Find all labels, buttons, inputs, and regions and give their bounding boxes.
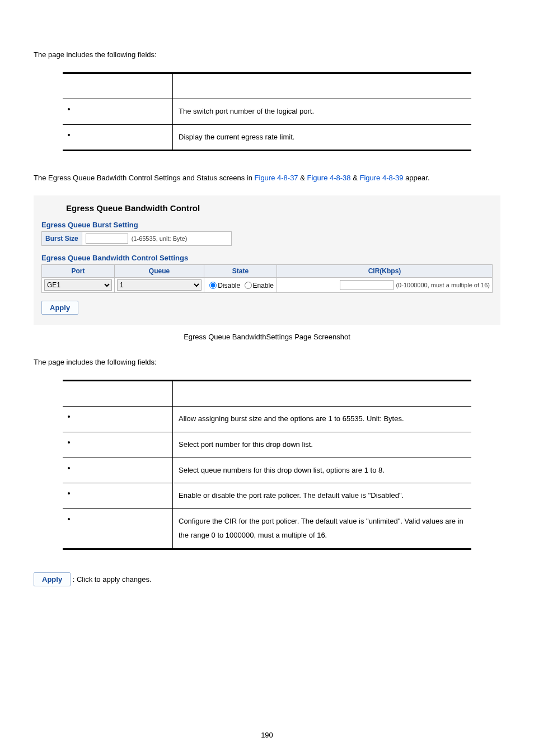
screenshot-panel: Egress Queue Bandwidth Control Egress Qu… — [34, 195, 500, 325]
list-item — [76, 464, 168, 472]
table-row: Select queue numbers for this drop down … — [63, 458, 471, 483]
field-desc: Configure the CIR for the port policer. … — [173, 509, 472, 549]
apply-button-inline[interactable]: Apply — [34, 572, 71, 586]
state-enable-label: Enable — [253, 282, 274, 290]
table-row: Configure the CIR for the port policer. … — [63, 509, 471, 549]
burst-size-input[interactable] — [86, 234, 128, 244]
table-row: GE1 1 Disable Enable (0-1000000, must a … — [42, 278, 493, 293]
page-number: 190 — [0, 731, 534, 739]
state-disable-radio[interactable] — [209, 282, 217, 289]
text: & — [298, 174, 307, 182]
list-item — [76, 438, 168, 446]
apply-inline-text: : Click to apply changes. — [73, 575, 152, 584]
intro-text-2: The page includes the following fields: — [34, 358, 500, 366]
field-desc: The switch port number of the logical po… — [173, 99, 472, 125]
table-row: Enable or disable the port rate policer.… — [63, 483, 471, 509]
cir-hint: (0-1000000, must a multiple of 16) — [396, 282, 490, 288]
figure-link[interactable]: Figure 4-8-39 — [359, 174, 403, 182]
table-row: Select port number for this drop down li… — [63, 432, 471, 458]
text: appear. — [404, 174, 430, 182]
burst-row: Burst Size (1-65535, unit: Byte) — [41, 231, 232, 246]
field-table-2: Allow assigning burst size and the optio… — [63, 380, 471, 549]
header-port: Port — [42, 265, 115, 278]
field-desc: Enable or disable the port rate policer.… — [173, 483, 472, 509]
table-row: Display the current egress rate limit. — [63, 124, 471, 151]
figure-link[interactable]: Figure 4-8-37 — [255, 174, 298, 182]
list-item — [76, 412, 168, 421]
table-row: The switch port number of the logical po… — [63, 99, 471, 125]
header-queue: Queue — [115, 265, 204, 278]
screenshot-caption: Egress Queue BandwidthSettings Page Scre… — [34, 333, 500, 341]
screenshot-title: Egress Queue Bandwidth Control — [41, 201, 493, 218]
field-desc: Select queue numbers for this drop down … — [173, 458, 472, 483]
list-item — [76, 105, 168, 113]
apply-button[interactable]: Apply — [41, 301, 78, 315]
ctrl-table: Port Queue State CIR(Kbps) GE1 1 Disabl — [41, 264, 493, 293]
header-cir: CIR(Kbps) — [277, 265, 493, 278]
queue-select[interactable]: 1 — [117, 279, 202, 291]
burst-size-label: Burst Size — [42, 232, 82, 245]
intro-text-1: The page includes the following fields: — [34, 50, 500, 59]
field-desc: Allow assigning burst size and the optio… — [173, 407, 472, 432]
burst-section-title: Egress Queue Burst Setting — [41, 221, 493, 229]
table-row: Allow assigning burst size and the optio… — [63, 407, 471, 432]
state-disable-label: Disable — [218, 282, 240, 290]
list-item — [76, 489, 168, 497]
field-desc: Display the current egress rate limit. — [173, 124, 472, 151]
list-item — [76, 130, 168, 139]
ctrl-section-title: Egress Queue Bandwidth Control Settings — [41, 254, 493, 262]
port-select[interactable]: GE1 — [44, 279, 112, 291]
figure-link[interactable]: Figure 4-8-38 — [307, 174, 351, 182]
burst-size-hint: (1-65535, unit: Byte) — [132, 235, 188, 242]
text: The Egress Queue Badwidth Control Settin… — [34, 174, 255, 182]
text: & — [351, 174, 360, 182]
cir-input[interactable] — [340, 280, 394, 290]
field-table-1: The switch port number of the logical po… — [63, 72, 471, 151]
list-item — [76, 515, 168, 523]
state-enable-radio[interactable] — [245, 282, 252, 289]
header-state: State — [204, 265, 277, 278]
field-desc: Select port number for this drop down li… — [173, 432, 472, 458]
figure-ref-text: The Egress Queue Badwidth Control Settin… — [34, 174, 500, 182]
